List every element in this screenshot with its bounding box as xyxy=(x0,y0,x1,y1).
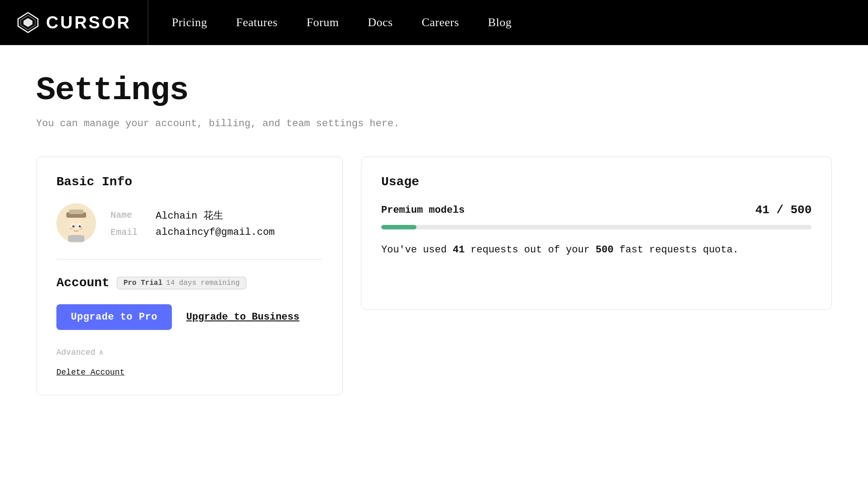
svg-point-15 xyxy=(79,228,83,230)
trial-badge: Pro Trial 14 days remaining xyxy=(117,277,247,289)
svg-point-14 xyxy=(69,228,73,230)
account-buttons: Upgrade to Pro Upgrade to Business xyxy=(56,304,323,330)
navbar: CURSOR Pricing Features Forum Docs Caree… xyxy=(0,0,868,45)
usage-desc-post: fast requests quota. xyxy=(614,244,739,256)
name-value: Alchain 花生 xyxy=(156,209,223,222)
email-field-row: Email alchaincyf@gmail.com xyxy=(111,227,275,238)
usage-count: 41 / 500 xyxy=(755,203,812,217)
email-value: alchaincyf@gmail.com xyxy=(156,227,275,238)
nav-link-pricing[interactable]: Pricing xyxy=(157,16,222,29)
usage-description: You've used 41 requests out of your 500 … xyxy=(381,242,812,258)
upgrade-to-business-button[interactable]: Upgrade to Business xyxy=(186,311,300,323)
svg-point-13 xyxy=(80,225,81,226)
logo-text: CURSOR xyxy=(46,13,131,32)
progress-bar-fill xyxy=(381,225,416,229)
chevron-up-icon: ∧ xyxy=(99,348,103,357)
logo[interactable]: CURSOR xyxy=(0,0,148,45)
progress-bar-background xyxy=(381,225,812,229)
name-label: Name xyxy=(111,210,147,220)
page-title: Settings xyxy=(36,72,832,109)
usage-desc-total: 500 xyxy=(596,244,614,256)
svg-point-11 xyxy=(79,225,81,228)
name-field-row: Name Alchain 花生 xyxy=(111,209,275,222)
left-card: Basic Info xyxy=(36,156,343,395)
usage-desc-mid: requests out of your xyxy=(465,244,596,256)
nav-link-forum[interactable]: Forum xyxy=(292,16,353,29)
user-fields: Name Alchain 花生 Email alchaincyf@gmail.c… xyxy=(111,209,275,238)
delete-account-link[interactable]: Delete Account xyxy=(56,368,125,377)
svg-point-12 xyxy=(74,225,74,226)
user-info-row: Name Alchain 花生 Email alchaincyf@gmail.c… xyxy=(56,203,323,243)
nav-link-blog[interactable]: Blog xyxy=(474,16,526,29)
trial-badge-plan: Pro Trial xyxy=(124,279,162,287)
nav-link-careers[interactable]: Careers xyxy=(407,16,474,29)
right-card: Usage Premium models 41 / 500 You've use… xyxy=(361,156,832,310)
svg-point-7 xyxy=(68,218,84,236)
account-section: Account Pro Trial 14 days remaining Upgr… xyxy=(56,276,323,377)
account-header: Account Pro Trial 14 days remaining xyxy=(56,276,323,290)
advanced-label: Advanced xyxy=(56,348,95,357)
upgrade-to-pro-button[interactable]: Upgrade to Pro xyxy=(56,304,172,330)
usage-desc-pre: You've used xyxy=(381,244,452,256)
avatar xyxy=(56,203,96,243)
trial-badge-remaining: 14 days remaining xyxy=(166,279,240,287)
basic-info-section: Basic Info xyxy=(56,175,323,243)
email-label: Email xyxy=(111,227,147,238)
nav-link-features[interactable]: Features xyxy=(222,16,292,29)
cards-row: Basic Info xyxy=(36,156,832,395)
usage-row: Premium models 41 / 500 xyxy=(381,203,812,217)
page-subtitle: You can manage your account, billing, an… xyxy=(36,118,832,129)
usage-desc-used: 41 xyxy=(452,244,464,256)
card-divider xyxy=(56,259,323,260)
cursor-logo-icon xyxy=(16,11,40,34)
advanced-row[interactable]: Advanced ∧ xyxy=(56,348,323,357)
avatar-image xyxy=(56,203,96,243)
nav-links: Pricing Features Forum Docs Careers Blog xyxy=(148,0,535,45)
main-content: Settings You can manage your account, bi… xyxy=(0,45,868,422)
nav-link-docs[interactable]: Docs xyxy=(353,16,407,29)
usage-title: Usage xyxy=(381,175,812,189)
basic-info-title: Basic Info xyxy=(56,175,323,189)
usage-model-label: Premium models xyxy=(381,205,465,216)
account-title: Account xyxy=(56,276,110,290)
svg-marker-2 xyxy=(23,18,32,27)
svg-point-10 xyxy=(73,225,75,228)
svg-rect-6 xyxy=(69,210,83,214)
